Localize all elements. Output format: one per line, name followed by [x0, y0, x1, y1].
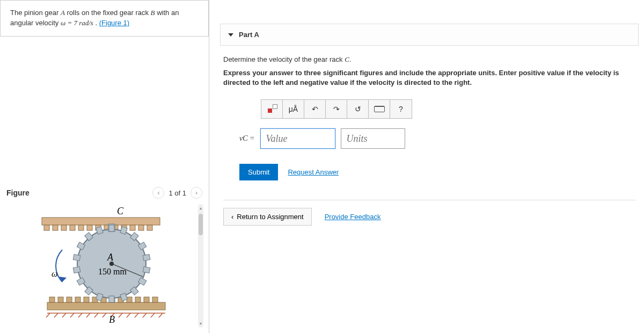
svg-rect-51 — [143, 255, 150, 261]
return-to-assignment-button[interactable]: ‹ Return to Assignment — [223, 208, 312, 226]
svg-line-30 — [54, 313, 58, 317]
svg-rect-14 — [47, 302, 165, 310]
svg-rect-6 — [87, 225, 92, 230]
template-icon — [267, 104, 277, 114]
template-picker-button[interactable] — [261, 100, 283, 118]
label-b: B — [109, 314, 115, 325]
svg-rect-17 — [67, 297, 72, 302]
part-header[interactable]: Part A — [220, 24, 639, 46]
answer-variable-label: vC = — [239, 134, 255, 143]
svg-rect-26 — [144, 297, 149, 302]
figure-scrollbar[interactable]: ▴ ▾ — [198, 204, 203, 328]
answer-toolbar: μÅ ↶ ↷ ↺ ? — [261, 99, 412, 119]
figure-prev-button[interactable]: ‹ — [152, 187, 164, 199]
svg-line-43 — [159, 313, 163, 317]
prompt-text: rolls on the fixed gear rack — [65, 9, 151, 17]
omega-expression: ω = 7 rad/s — [61, 19, 93, 27]
svg-line-41 — [143, 313, 147, 317]
svg-rect-19 — [84, 297, 89, 302]
svg-rect-3 — [61, 225, 67, 230]
keyboard-button[interactable] — [369, 100, 390, 118]
submit-button[interactable]: Submit — [239, 164, 278, 180]
scroll-up-icon: ▴ — [200, 206, 202, 211]
figure-diagram: C B — [5, 204, 196, 328]
svg-line-35 — [94, 313, 98, 317]
prompt-text: The pinion gear — [10, 9, 61, 17]
scroll-down-icon: ▾ — [200, 321, 202, 326]
svg-line-33 — [78, 313, 82, 317]
svg-rect-13 — [147, 225, 152, 230]
chevron-left-icon: ‹ — [231, 213, 233, 221]
answer-instructions: Express your answer to three significant… — [223, 68, 635, 88]
provide-feedback-link[interactable]: Provide Feedback — [325, 213, 381, 221]
figure-title: Figure — [6, 189, 30, 197]
svg-rect-1 — [44, 225, 49, 230]
svg-rect-18 — [75, 297, 80, 302]
svg-line-39 — [127, 313, 130, 317]
label-c: C — [117, 207, 124, 216]
units-symbol-button[interactable]: μÅ — [283, 100, 304, 118]
svg-line-34 — [86, 313, 90, 317]
svg-rect-27 — [152, 297, 158, 302]
svg-rect-47 — [109, 225, 114, 231]
caret-down-icon — [228, 33, 233, 37]
problem-statement: The pinion gear A rolls on the fixed gea… — [0, 0, 209, 37]
svg-rect-25 — [135, 297, 141, 302]
undo-button[interactable]: ↶ — [304, 100, 326, 118]
prompt-text: . — [93, 19, 99, 27]
request-answer-link[interactable]: Request Answer — [288, 168, 339, 176]
svg-rect-4 — [70, 225, 75, 230]
return-label: Return to Assignment — [237, 213, 303, 221]
omega-label: ω — [52, 269, 57, 278]
svg-rect-61 — [73, 255, 80, 261]
svg-rect-52 — [143, 266, 150, 273]
svg-rect-24 — [127, 297, 132, 302]
svg-rect-5 — [78, 225, 84, 230]
svg-rect-11 — [130, 225, 135, 230]
figure-link[interactable]: (Figure 1) — [99, 19, 129, 27]
reset-button[interactable]: ↺ — [347, 100, 369, 118]
units-input[interactable] — [341, 128, 405, 149]
value-input[interactable] — [260, 128, 335, 149]
svg-line-42 — [151, 313, 155, 317]
var-b: B — [151, 9, 155, 17]
help-button[interactable]: ? — [390, 100, 412, 118]
figure-count: 1 of 1 — [169, 189, 186, 197]
redo-button[interactable]: ↷ — [326, 100, 347, 118]
figure-next-button[interactable]: › — [191, 187, 202, 199]
var-a: A — [61, 9, 65, 17]
keyboard-icon — [374, 106, 385, 112]
svg-rect-60 — [73, 266, 80, 273]
svg-rect-16 — [58, 297, 63, 302]
svg-line-38 — [119, 313, 122, 317]
svg-line-32 — [70, 313, 74, 317]
question-text: Determine the velocity of the gear rack … — [223, 55, 635, 64]
svg-rect-0 — [42, 218, 160, 225]
part-label: Part A — [239, 31, 259, 39]
label-a: A — [107, 252, 114, 263]
svg-line-29 — [46, 313, 50, 317]
svg-line-31 — [62, 313, 66, 317]
svg-rect-12 — [138, 225, 144, 230]
svg-rect-56 — [109, 296, 114, 302]
svg-rect-2 — [53, 225, 58, 230]
svg-line-36 — [103, 313, 106, 317]
scroll-thumb[interactable] — [199, 214, 203, 235]
svg-rect-15 — [49, 297, 55, 302]
svg-line-40 — [135, 313, 138, 317]
